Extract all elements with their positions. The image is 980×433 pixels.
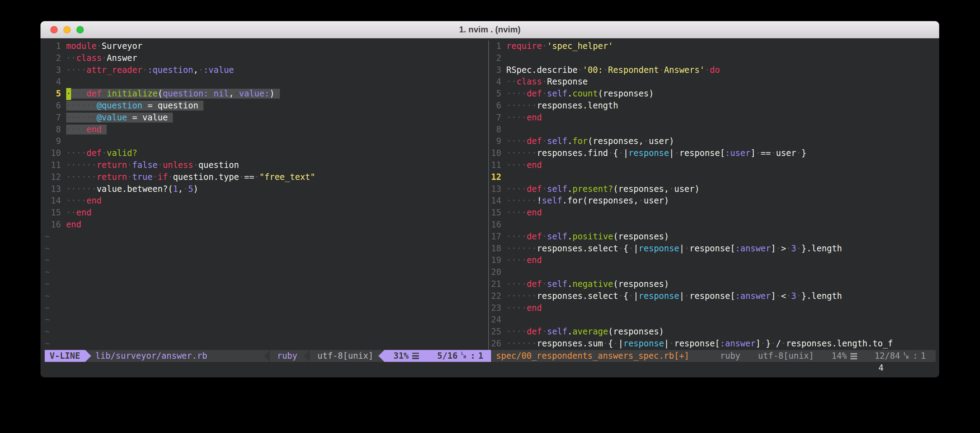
minimize-button[interactable] — [64, 26, 71, 33]
empty-buffer-line: ~ — [45, 266, 486, 279]
nvim-editor: 1module·Surveyor2··class·Answer3····attr… — [40, 38, 939, 377]
line-number: 12 — [45, 172, 61, 183]
code-line: 26······responses.sum·{·|response|·respo… — [491, 338, 935, 350]
empty-buffer-line: ~ — [45, 302, 486, 314]
code-line: 14····end — [45, 195, 486, 207]
line-number: 10 — [491, 148, 501, 159]
close-button[interactable] — [50, 26, 58, 33]
filetype-left: ruby — [270, 351, 301, 361]
code-line: 17····def·self.positive(responses) — [491, 231, 935, 243]
code-line: 24 — [491, 314, 935, 326]
statusline-inactive: spec/00_respondents_answers_spec.rb[+] r… — [491, 350, 935, 362]
code-line: 10······responses.find·{·|response|·resp… — [491, 148, 935, 159]
line-number: 5 — [45, 88, 61, 100]
code-line: 16 — [491, 219, 935, 231]
terminal-window: 1. nvim . (nvim) 1module·Surveyor2··clas… — [40, 21, 939, 377]
line-number: 17 — [491, 231, 501, 243]
empty-buffer-line: ~ — [45, 314, 486, 326]
scroll-percent-right: 14% — [832, 351, 857, 361]
line-number: 6 — [45, 100, 61, 112]
code-line: 9 — [45, 135, 486, 148]
line-number: 13 — [45, 183, 61, 195]
scroll-percent: 31% — [393, 351, 409, 361]
statusline-active: V-LINE lib/surveyor/answer.rb ruby utf-8… — [45, 350, 491, 362]
line-number: 2 — [491, 53, 501, 64]
vertical-window-separator[interactable] — [486, 40, 491, 350]
lines-icon — [412, 353, 419, 359]
mode-indicator: V-LINE — [45, 350, 85, 362]
code-line: 2 — [491, 53, 935, 64]
empty-buffer-line: ~ — [45, 326, 486, 338]
line-number: 14 — [45, 195, 61, 207]
line-number: 11 — [45, 159, 61, 172]
code-line: 4 — [45, 76, 486, 88]
empty-buffer-line: ~ — [45, 243, 486, 255]
line-number: 14 — [491, 195, 501, 207]
line-number: 23 — [491, 302, 501, 314]
code-line: 16end — [45, 219, 486, 231]
line-number: 15 — [491, 207, 501, 219]
code-line: 11······return·false·unless·question — [45, 159, 486, 172]
powerline-arrow-icon — [85, 350, 91, 362]
visual-cursor: · — [66, 88, 71, 100]
column-separator: : — [470, 351, 475, 361]
code-line: 21····def·self.negative(responses) — [491, 279, 935, 290]
code-line: 4··class·Response — [491, 76, 935, 88]
line-number: 12 — [491, 172, 501, 183]
code-line: 3RSpec.describe·'00:·Respondent·Answers'… — [491, 64, 935, 76]
command-line[interactable]: 4 — [45, 362, 935, 374]
powerline-arrow-icon — [264, 350, 270, 362]
code-line: 5····def·self.count(responses) — [491, 88, 935, 100]
code-line: 2··class·Answer — [45, 53, 486, 64]
encoding-left: utf-8[unix] — [310, 351, 375, 361]
code-line: 9····def·self.for(responses,·user) — [491, 135, 935, 148]
filename-left: lib/surveyor/answer.rb — [91, 351, 207, 361]
code-line: 8····end — [45, 124, 486, 136]
line-number: 2 — [45, 53, 61, 64]
title-bar[interactable]: 1. nvim . (nvim) — [40, 21, 939, 38]
cursor-position-right: 12/84LN:1 — [875, 351, 926, 361]
code-line: 7······@value·=·value — [45, 112, 486, 124]
filename-right: spec/00_respondents_answers_spec.rb[+] — [496, 351, 689, 361]
line-number: 15 — [45, 207, 61, 219]
code-line: 6······@question·=·question — [45, 100, 486, 112]
line-number: 8 — [491, 124, 501, 136]
line-number: 10 — [45, 148, 61, 159]
line-number-icon: LN — [461, 352, 466, 359]
editor-pane-right[interactable]: 1require·'spec_helper'23RSpec.describe·'… — [491, 40, 935, 350]
line-number: 6 — [491, 100, 501, 112]
cursor-position: 5/16 — [437, 351, 458, 361]
editor-pane-left[interactable]: 1module·Surveyor2··class·Answer3····attr… — [45, 40, 486, 350]
zoom-button[interactable] — [76, 26, 84, 33]
line-number: 22 — [491, 290, 501, 302]
visual-selection: ······@value·=·value — [66, 113, 173, 123]
line-number: 7 — [45, 112, 61, 124]
code-line: 13······value.between?(1,·5) — [45, 183, 486, 195]
code-line: 7····end — [491, 112, 935, 124]
line-number: 8 — [45, 124, 61, 136]
code-line: 1require·'spec_helper' — [491, 40, 935, 53]
lines-icon — [850, 353, 857, 360]
powerline-arrow-icon — [304, 350, 310, 362]
code-line: 10····def·valid? — [45, 148, 486, 159]
code-line: 12 — [491, 172, 935, 183]
code-line: 14······!self.for(responses,·user) — [491, 195, 935, 207]
code-line: 20 — [491, 266, 935, 279]
editor-content: 1module·Surveyor2··class·Answer3····attr… — [45, 40, 935, 350]
code-line: 18······responses.select·{·|response|·re… — [491, 243, 935, 255]
traffic-lights — [50, 21, 84, 38]
line-number: 21 — [491, 279, 501, 290]
window-title: 1. nvim . (nvim) — [459, 25, 520, 35]
code-line: 5····def·initialize(question:·nil,·value… — [45, 88, 486, 100]
empty-buffer-line: ~ — [45, 338, 486, 350]
filetype-right: ruby — [720, 351, 741, 361]
code-line: 8 — [491, 124, 935, 136]
visual-selection: ······@question·=·question — [66, 101, 204, 111]
code-line: 13····def·self.present?(responses,·user) — [491, 183, 935, 195]
line-number: 9 — [491, 135, 501, 148]
code-line: 25····def·self.average(responses) — [491, 326, 935, 338]
line-number: 7 — [491, 112, 501, 124]
line-number: 1 — [491, 40, 501, 53]
empty-buffer-line: ~ — [45, 231, 486, 243]
showcmd-count: 4 — [879, 362, 883, 374]
